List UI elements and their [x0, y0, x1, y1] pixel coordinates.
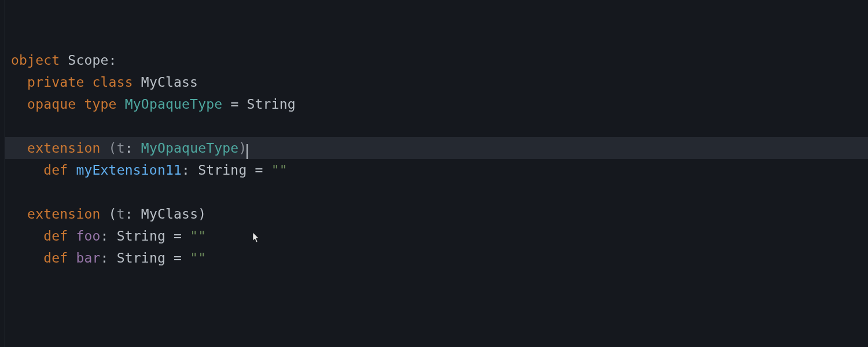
code-token — [182, 228, 190, 243]
code-token — [84, 75, 92, 90]
code-token — [101, 206, 109, 222]
code-token: extension — [27, 141, 100, 156]
code-token: def — [43, 250, 68, 265]
code-token — [68, 250, 76, 265]
text-caret — [247, 144, 248, 159]
code-token — [68, 228, 76, 243]
code-token — [76, 97, 84, 112]
code-token: t — [117, 206, 125, 222]
code-token — [133, 75, 141, 90]
code-token: foo — [76, 228, 100, 243]
code-token: "" — [190, 228, 206, 243]
code-line[interactable]: extension (t: MyClass) — [11, 203, 868, 225]
code-line[interactable]: def foo: String = "" — [11, 225, 868, 247]
code-token: type — [84, 97, 116, 112]
code-token — [165, 228, 174, 243]
code-token: ) — [198, 206, 206, 222]
code-token: : — [101, 250, 117, 265]
code-token: String — [117, 250, 165, 265]
code-token: ( — [109, 206, 117, 222]
code-line[interactable] — [11, 181, 868, 203]
code-token: String — [247, 97, 296, 112]
code-editor[interactable]: object Scope: private class MyClass opaq… — [0, 0, 868, 347]
code-token: = — [174, 250, 182, 265]
code-token: def — [43, 228, 68, 243]
code-line[interactable]: extension (t: MyOpaqueType) — [5, 137, 868, 159]
code-token: private — [27, 75, 84, 90]
code-token — [263, 163, 271, 178]
code-token: = — [255, 163, 263, 178]
code-token: MyClass — [141, 75, 198, 90]
code-token: ( — [109, 141, 117, 156]
code-area[interactable]: object Scope: private class MyClass opaq… — [5, 0, 868, 347]
code-token — [165, 250, 174, 265]
code-token: myExtension11 — [76, 163, 182, 178]
code-token: String — [198, 163, 247, 178]
code-token: : — [125, 141, 141, 156]
code-line[interactable]: def myExtension11: String = "" — [11, 159, 868, 181]
code-line[interactable]: opaque type MyOpaqueType = String — [11, 93, 868, 115]
code-token — [247, 163, 255, 178]
code-token: : — [125, 206, 141, 222]
code-token: bar — [76, 250, 100, 265]
code-token: MyOpaqueType — [125, 97, 223, 112]
code-token: = — [230, 97, 238, 112]
code-token: String — [117, 228, 165, 243]
code-token — [238, 97, 247, 112]
code-line[interactable]: private class MyClass — [11, 71, 868, 93]
code-token: class — [93, 75, 133, 90]
code-token: opaque — [27, 97, 76, 112]
code-token: : — [101, 228, 117, 243]
code-token — [101, 141, 109, 156]
code-token — [60, 53, 68, 68]
code-line[interactable]: object Scope: — [11, 49, 868, 71]
code-token: : — [109, 53, 117, 68]
code-token: "" — [271, 163, 288, 178]
code-token — [222, 97, 230, 112]
code-token — [68, 163, 76, 178]
code-token: MyOpaqueType — [141, 141, 239, 156]
code-token: ) — [238, 141, 247, 156]
code-token: extension — [27, 206, 100, 222]
code-token: t — [117, 141, 125, 156]
code-token: : — [182, 163, 198, 178]
code-token: object — [11, 53, 60, 68]
code-token — [182, 250, 190, 265]
code-token: = — [174, 228, 182, 243]
code-token: "" — [190, 250, 206, 265]
code-token: def — [43, 163, 68, 178]
code-line[interactable] — [11, 115, 868, 137]
code-token: MyClass — [141, 206, 198, 222]
code-line[interactable]: def bar: String = "" — [11, 247, 868, 269]
code-token — [117, 97, 125, 112]
code-token: Scope — [68, 53, 108, 68]
gutter — [0, 0, 5, 347]
